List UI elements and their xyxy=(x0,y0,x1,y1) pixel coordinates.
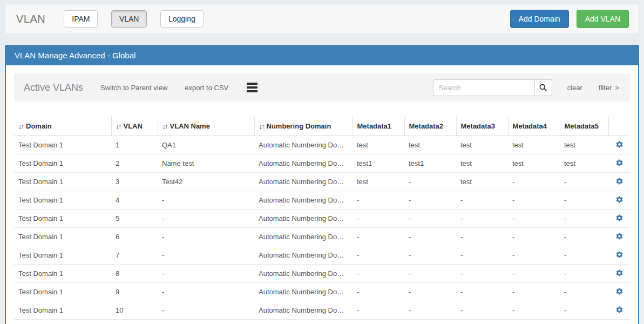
toolbar-title: Active VLANs xyxy=(24,82,83,93)
menu-bar xyxy=(247,83,257,85)
table-cell: Test Domain 1 xyxy=(14,136,111,154)
row-settings-button[interactable] xyxy=(615,195,623,204)
table-cell: QA1 xyxy=(158,136,254,154)
table-cell: - xyxy=(456,301,508,320)
row-settings-button[interactable] xyxy=(615,287,623,295)
table-cell: - xyxy=(404,265,456,283)
add-vlan-button[interactable]: Add VLAN xyxy=(577,10,629,28)
table-cell: - xyxy=(404,173,456,191)
table-cell: - xyxy=(404,191,456,210)
row-settings-button[interactable] xyxy=(615,177,623,185)
vlan-panel: VLAN Manage Advanced - Global Active VLA… xyxy=(5,45,639,324)
top-navbar: VLAN IPAM VLAN Logging Add Domain Add VL… xyxy=(5,4,639,33)
row-settings-button[interactable] xyxy=(615,159,623,167)
table-row: Test Domain 18-Automatic Numbering Doma.… xyxy=(14,265,630,283)
row-actions-cell xyxy=(608,154,630,173)
table-cell: test xyxy=(352,136,404,154)
vlan-table-body: Test Domain 11QA1Automatic Numbering Dom… xyxy=(14,136,630,320)
row-settings-button[interactable] xyxy=(615,251,623,259)
tab-logging[interactable]: Logging xyxy=(160,10,204,28)
table-row: Test Domain 19-Automatic Numbering Doma.… xyxy=(14,283,630,301)
table-cell: 9 xyxy=(111,283,158,301)
row-actions-cell xyxy=(608,191,630,210)
table-cell: - xyxy=(508,173,560,191)
table-cell: test xyxy=(508,154,560,173)
column-header-metadata2: Metadata2 xyxy=(404,117,456,136)
gear-icon xyxy=(615,287,623,295)
table-cell: - xyxy=(456,210,508,228)
table-cell: Test Domain 1 xyxy=(14,265,111,283)
table-cell: - xyxy=(158,246,254,265)
table-cell: Automatic Numbering Doma... xyxy=(254,228,352,246)
tab-vlan[interactable]: VLAN xyxy=(111,10,147,28)
export-to-csv-link[interactable]: export to CSV xyxy=(185,84,228,92)
table-cell: - xyxy=(560,191,608,210)
table-cell: Automatic Numbering Doma... xyxy=(254,210,352,228)
table-cell: - xyxy=(508,210,560,228)
table-cell: - xyxy=(352,265,404,283)
row-actions-cell xyxy=(608,246,630,265)
table-cell: - xyxy=(404,246,456,265)
filter-label: filter xyxy=(599,84,612,92)
table-cell: test xyxy=(352,173,404,191)
table-cell: - xyxy=(456,191,508,210)
table-row: Test Domain 13Test42Automatic Numbering … xyxy=(14,173,630,191)
table-row: Test Domain 15-Automatic Numbering Doma.… xyxy=(14,210,630,228)
table-cell: - xyxy=(508,246,560,265)
table-cell: - xyxy=(404,210,456,228)
tab-ipam[interactable]: IPAM xyxy=(64,10,98,28)
row-actions-cell xyxy=(608,301,630,320)
table-cell: test xyxy=(456,154,508,173)
table-cell: test xyxy=(560,154,608,173)
row-actions-cell xyxy=(608,265,630,283)
column-header-vlan[interactable]: ↓↑VLAN xyxy=(111,117,158,136)
menu-icon[interactable] xyxy=(247,83,257,92)
gear-icon xyxy=(615,140,623,148)
chevron-right-icon: > xyxy=(615,84,619,92)
panel-body: Active VLANs Switch to Parent view expor… xyxy=(6,65,638,324)
gear-icon xyxy=(615,159,623,167)
switch-to-parent-view-link[interactable]: Switch to Parent view xyxy=(100,84,167,92)
table-cell: test xyxy=(508,136,560,154)
row-settings-button[interactable] xyxy=(615,306,623,314)
column-header-metadata1: Metadata1 xyxy=(352,117,404,136)
table-cell: 10 xyxy=(111,301,158,320)
table-cell: - xyxy=(158,228,254,246)
table-cell: - xyxy=(158,283,254,301)
row-settings-button[interactable] xyxy=(615,214,623,222)
column-header-domain[interactable]: ↓↑Domain xyxy=(14,117,111,136)
table-cell: - xyxy=(508,301,560,320)
search-group xyxy=(433,79,552,96)
search-input[interactable] xyxy=(433,79,534,96)
page-title: VLAN xyxy=(16,13,45,25)
table-cell: - xyxy=(456,283,508,301)
table-cell: 4 xyxy=(111,191,158,210)
table-cell: Test Domain 1 xyxy=(14,301,111,320)
column-header-metadata5: Metadata5 xyxy=(560,117,608,136)
column-header-numbering-domain[interactable]: ↓↑Numbering Domain xyxy=(254,117,352,136)
add-domain-button[interactable]: Add Domain xyxy=(510,10,569,28)
table-cell: - xyxy=(352,246,404,265)
sort-icon: ↓↑ xyxy=(18,122,23,130)
gear-icon xyxy=(615,306,623,314)
table-cell: - xyxy=(404,283,456,301)
table-cell: test1 xyxy=(352,154,404,173)
table-cell: Automatic Numbering Doma... xyxy=(254,283,352,301)
clear-link[interactable]: clear xyxy=(567,84,582,92)
row-settings-button[interactable] xyxy=(615,140,623,148)
table-cell: Test Domain 1 xyxy=(14,191,111,210)
table-row: Test Domain 14-Automatic Numbering Doma.… xyxy=(14,191,630,210)
menu-bar xyxy=(247,90,257,92)
row-settings-button[interactable] xyxy=(615,232,623,240)
row-settings-button[interactable] xyxy=(615,269,623,277)
table-cell: - xyxy=(560,210,608,228)
table-cell: - xyxy=(560,283,608,301)
sort-icon: ↓↑ xyxy=(116,122,121,130)
column-header-vlan-name[interactable]: ↓↑VLAN Name xyxy=(158,117,254,136)
search-button[interactable] xyxy=(534,79,552,96)
table-cell: 8 xyxy=(111,265,158,283)
table-cell: - xyxy=(456,265,508,283)
table-row: Test Domain 110-Automatic Numbering Doma… xyxy=(14,301,630,320)
filter-link[interactable]: filter> xyxy=(599,84,619,92)
table-cell: - xyxy=(404,301,456,320)
